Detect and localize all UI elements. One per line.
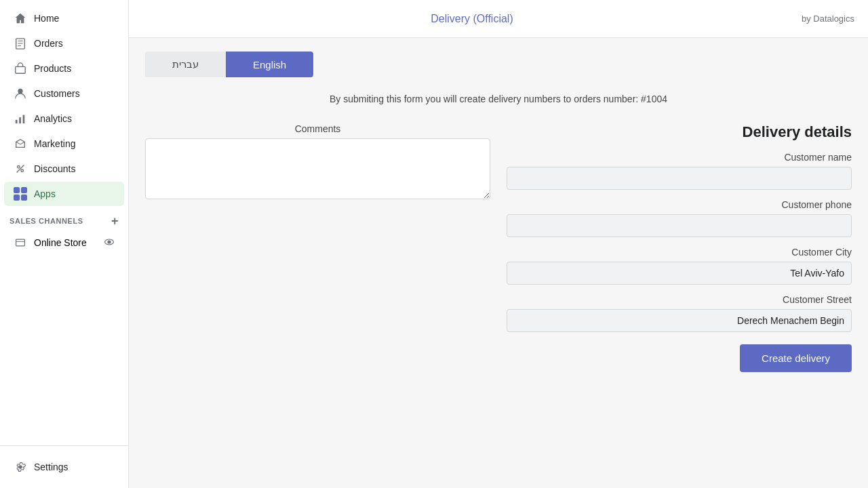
sidebar-item-customers-label: Customers bbox=[34, 88, 80, 99]
sidebar-item-customers[interactable]: Customers bbox=[4, 81, 124, 106]
svg-rect-6 bbox=[16, 120, 18, 123]
info-text: By submiting this form you will create d… bbox=[145, 94, 852, 104]
analytics-icon bbox=[14, 112, 27, 125]
form-left: Comments bbox=[145, 123, 490, 202]
sidebar-item-home[interactable]: Home bbox=[4, 6, 124, 30]
online-store-label: Online Store bbox=[34, 237, 87, 248]
sidebar-item-discounts-label: Discounts bbox=[34, 163, 75, 174]
svg-rect-8 bbox=[23, 115, 25, 124]
customer-phone-label: Customer phone bbox=[507, 199, 852, 210]
svg-rect-7 bbox=[19, 117, 21, 123]
sidebar-nav: Home Orders Products Customers Analytics bbox=[0, 0, 128, 445]
eye-icon[interactable] bbox=[104, 237, 115, 249]
customer-street-group: Customer Street bbox=[507, 294, 852, 332]
sales-channels-label: SALES CHANNELS bbox=[9, 217, 83, 225]
form-right: Delivery details Customer name Customer … bbox=[507, 123, 852, 372]
sidebar-item-discounts[interactable]: Discounts bbox=[4, 157, 124, 181]
products-icon bbox=[14, 62, 27, 75]
topbar-title: Delivery (Official) bbox=[431, 13, 513, 25]
english-button[interactable]: English bbox=[226, 52, 313, 77]
customer-name-group: Customer name bbox=[507, 152, 852, 190]
sidebar-item-marketing[interactable]: Marketing bbox=[4, 131, 124, 156]
svg-point-5 bbox=[18, 89, 22, 94]
svg-point-9 bbox=[18, 166, 20, 169]
language-toggle: עברית English bbox=[145, 52, 852, 77]
orders-icon bbox=[14, 37, 27, 50]
sidebar-item-analytics[interactable]: Analytics bbox=[4, 106, 124, 131]
content-area: עברית English By submiting this form you… bbox=[129, 38, 868, 488]
settings-icon bbox=[14, 460, 27, 474]
main-area: Delivery (Official) by Datalogics עברית … bbox=[129, 0, 868, 488]
sidebar-item-orders[interactable]: Orders bbox=[4, 31, 124, 56]
comments-label: Comments bbox=[145, 123, 490, 134]
discounts-icon bbox=[14, 162, 27, 176]
customer-street-label: Customer Street bbox=[507, 294, 852, 305]
svg-point-10 bbox=[21, 169, 24, 172]
topbar: Delivery (Official) by Datalogics bbox=[129, 0, 868, 38]
sidebar-item-products[interactable]: Products bbox=[4, 56, 124, 81]
online-store-left: Online Store bbox=[14, 236, 87, 249]
marketing-icon bbox=[14, 137, 27, 150]
svg-rect-12 bbox=[16, 239, 25, 246]
sidebar: Home Orders Products Customers Analytics bbox=[0, 0, 129, 488]
sidebar-item-apps[interactable]: Apps bbox=[4, 182, 124, 206]
comments-textarea[interactable] bbox=[145, 138, 490, 199]
topbar-brand: by Datalogics bbox=[802, 14, 854, 24]
customer-name-label: Customer name bbox=[507, 152, 852, 163]
sidebar-item-marketing-label: Marketing bbox=[34, 138, 75, 149]
customer-phone-group: Customer phone bbox=[507, 199, 852, 237]
sidebar-item-settings[interactable]: Settings bbox=[4, 455, 124, 479]
sidebar-item-online-store[interactable]: Online Store bbox=[4, 230, 124, 255]
create-delivery-button[interactable]: Create delivery bbox=[740, 344, 852, 372]
customer-name-input[interactable] bbox=[507, 167, 852, 190]
sidebar-item-analytics-label: Analytics bbox=[34, 113, 72, 124]
sidebar-bottom: Settings bbox=[0, 445, 128, 488]
svg-rect-4 bbox=[16, 66, 25, 73]
sidebar-item-apps-label: Apps bbox=[34, 188, 56, 199]
sales-channels-section: SALES CHANNELS + bbox=[0, 207, 128, 230]
sidebar-item-home-label: Home bbox=[34, 13, 59, 24]
sidebar-item-orders-label: Orders bbox=[34, 38, 63, 49]
sidebar-item-settings-label: Settings bbox=[34, 462, 68, 472]
online-store-icon bbox=[14, 236, 27, 249]
home-icon bbox=[14, 12, 27, 25]
customer-city-group: Customer City bbox=[507, 247, 852, 285]
customers-icon bbox=[14, 87, 27, 100]
delivery-details-title: Delivery details bbox=[507, 123, 852, 141]
customer-city-input[interactable] bbox=[507, 262, 852, 285]
apps-icon bbox=[14, 187, 27, 201]
sidebar-item-products-label: Products bbox=[34, 63, 71, 74]
customer-phone-input[interactable] bbox=[507, 214, 852, 237]
form-grid: Comments Delivery details Customer name … bbox=[145, 123, 852, 372]
add-sales-channel-button[interactable]: + bbox=[111, 215, 119, 227]
customer-street-input[interactable] bbox=[507, 309, 852, 332]
hebrew-button[interactable]: עברית bbox=[145, 52, 226, 77]
customer-city-label: Customer City bbox=[507, 247, 852, 258]
svg-point-15 bbox=[108, 241, 111, 243]
